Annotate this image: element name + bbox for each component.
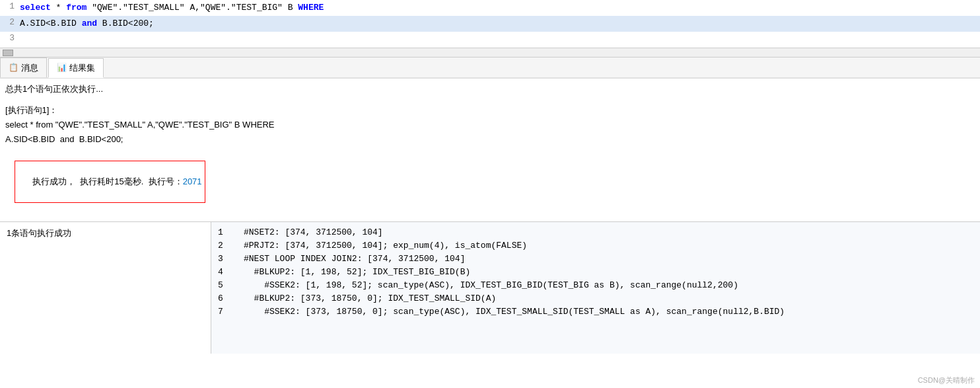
right-line-2: 2 #PRJT2: [374, 3712500, 104]; exp_num(4… (218, 239, 973, 252)
sql-line-1: 1 select * from "QWE"."TEST_SMALL" A,"QW… (0, 0, 980, 16)
line-content-2: A.SID<B.BID and B.BID<200; (20, 17, 980, 30)
sql-line-3: 3 (0, 32, 980, 48)
empty-line-1 (5, 97, 975, 104)
right-line-content-1: 1 #NSET2: [374, 3712500, 104] (218, 226, 973, 239)
tab-messages[interactable]: 📋 消息 (0, 58, 47, 77)
status-line: 总共1个语句正依次执行... (5, 83, 975, 96)
sql-editor[interactable]: 1 select * from "QWE"."TEST_SMALL" A,"QW… (0, 0, 980, 48)
results-tab-icon: 📊 (57, 63, 67, 73)
messages-panel: 总共1个语句正依次执行... [执行语句1]： select * from "Q… (0, 79, 980, 221)
messages-tab-icon: 📋 (9, 63, 18, 73)
kw-and: and (82, 19, 97, 28)
right-line-4: 4 #BLKUP2: [1, 198, 52]; IDX_TEST_BIG_BI… (218, 266, 973, 279)
right-line-content-2: 2 #PRJT2: [374, 3712500, 104]; exp_num(4… (218, 239, 973, 252)
scrollbar-thumb[interactable] (3, 50, 13, 56)
msg-sql-line1: select * from "QWE"."TEST_SMALL" A,"QWE"… (5, 118, 975, 132)
tabs-bar: 📋 消息 📊 结果集 (0, 58, 980, 79)
line-content-3 (20, 33, 980, 46)
right-line-3: 3 #NEST LOOP INDEX JOIN2: [374, 3712500,… (218, 252, 973, 266)
exec-number: 2071 (183, 176, 202, 186)
msg-sql-line2: A.SID<B.BID and B.BID<200; (5, 133, 975, 146)
line-number-3: 3 (0, 33, 20, 43)
exec-label: [执行语句1]： (5, 104, 975, 117)
exec-success-text: 执行成功， 执行耗时15毫秒. 执行号： (32, 176, 183, 186)
right-line-content-4: 4 #BLKUP2: [1, 198, 52]; IDX_TEST_BIG_BI… (218, 266, 973, 279)
tab-messages-label: 消息 (21, 62, 38, 74)
right-line-content-6: 6 #BLKUP2: [373, 18750, 0]; IDX_TEST_SMA… (218, 292, 973, 305)
exec-success-box: 执行成功， 执行耗时15毫秒. 执行号：2071 (15, 161, 205, 203)
line-content-1: select * from "QWE"."TEST_SMALL" A,"QWE"… (20, 1, 980, 15)
kw-select: select (20, 3, 51, 13)
right-line-7: 7 #SSEK2: [373, 18750, 0]; scan_type(ASC… (218, 305, 973, 319)
line-number-1: 1 (0, 1, 20, 11)
tab-results-label: 结果集 (69, 62, 95, 74)
right-line-5: 5 #SSEK2: [1, 198, 52]; scan_type(ASC), … (218, 279, 973, 292)
tab-results[interactable]: 📊 结果集 (48, 58, 104, 78)
kw-from: from (66, 3, 87, 13)
right-panel: 1 #NSET2: [374, 3712500, 104] 2 #PRJT2: … (211, 222, 980, 354)
sql-line-2: 2 A.SID<B.BID and B.BID<200; (0, 16, 980, 32)
watermark: CSDN@关晴制作 (918, 375, 975, 385)
right-line-content-5: 5 #SSEK2: [1, 198, 52]; scan_type(ASC), … (218, 279, 973, 292)
msg-success-line: 执行成功， 执行耗时15毫秒. 执行号：2071 (5, 147, 975, 216)
right-line-content-3: 3 #NEST LOOP INDEX JOIN2: [374, 3712500,… (218, 252, 973, 266)
bottom-panel: 1条语句执行成功 1 #NSET2: [374, 3712500, 104] 2… (0, 221, 980, 354)
right-line-content-7: 7 #SSEK2: [373, 18750, 0]; scan_type(ASC… (218, 305, 973, 319)
left-panel-text: 1条语句执行成功 (7, 228, 71, 238)
left-panel: 1条语句执行成功 (0, 222, 211, 354)
right-line-6: 6 #BLKUP2: [373, 18750, 0]; IDX_TEST_SMA… (218, 292, 973, 305)
kw-where: WHERE (298, 3, 324, 13)
line-number-2: 2 (0, 17, 20, 27)
right-line-1: 1 #NSET2: [374, 3712500, 104] (218, 226, 973, 239)
horizontal-scrollbar[interactable] (0, 48, 980, 58)
